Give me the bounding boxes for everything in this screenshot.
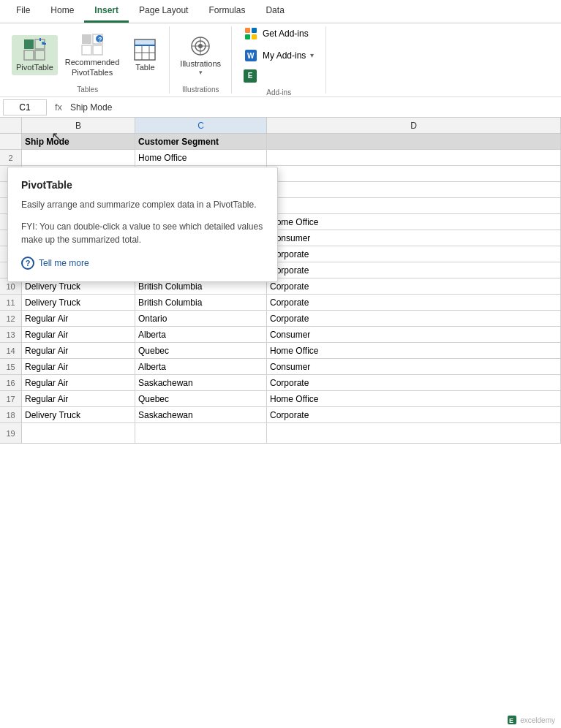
formula-input[interactable] — [67, 101, 558, 114]
cell-13d[interactable]: Consumer — [267, 327, 561, 342]
name-box[interactable] — [3, 99, 47, 115]
svg-rect-2 — [24, 50, 34, 60]
tab-page-layout[interactable]: Page Layout — [129, 0, 198, 23]
row-2: 2 Home Office — [0, 150, 561, 166]
tab-data[interactable]: Data — [255, 0, 294, 23]
cell-10d[interactable]: Corporate — [267, 278, 561, 294]
tab-insert[interactable]: Insert — [84, 0, 129, 23]
cell-8d[interactable]: Corporate — [267, 246, 561, 262]
cell-14d[interactable]: Home Office — [267, 343, 561, 358]
row-num-15: 15 — [0, 359, 22, 374]
table-label: Table — [135, 63, 154, 72]
svg-text:E: E — [509, 717, 513, 724]
cell-16c[interactable]: Saskachewan — [135, 375, 267, 390]
tab-formulas[interactable]: Formulas — [198, 0, 255, 23]
recommended-pivot-button[interactable]: ? Recommended PivotTables — [61, 30, 124, 80]
illustrations-items: Illustrations ▾ — [176, 26, 225, 84]
my-addins-label: My Add-ins — [263, 50, 306, 61]
ribbon-group-illustrations: Illustrations ▾ Illustrations — [170, 26, 232, 94]
pivot-table-tooltip: PivotTable Easily arrange and summarize … — [7, 167, 278, 282]
cell-1b[interactable]: Ship Mode — [22, 134, 135, 149]
cell-12c[interactable]: Ontario — [135, 311, 267, 326]
svg-rect-4 — [82, 34, 91, 44]
get-addins-button[interactable]: Get Add-ins — [238, 24, 320, 43]
col-header-d: D — [267, 118, 561, 133]
column-headers: B C D — [0, 118, 561, 134]
cell-13b[interactable]: Regular Air — [22, 327, 135, 342]
cell-18d[interactable]: Corporate — [267, 407, 561, 422]
cell-17c[interactable]: Quebec — [135, 391, 267, 406]
cell-4d — [267, 182, 561, 197]
table-row: 15 Regular Air Alberta Consumer — [0, 359, 561, 375]
col-header-c: C — [135, 118, 267, 133]
formula-bar: fx — [0, 97, 561, 118]
addins-group-label: Add-ins — [238, 88, 320, 96]
table-row: 16 Regular Air Saskachewan Corporate — [0, 375, 561, 391]
table-button[interactable]: Table — [127, 35, 163, 75]
cell-19c[interactable] — [135, 423, 267, 443]
pivot-table-label: PivotTable — [16, 63, 53, 72]
cell-15b[interactable]: Regular Air — [22, 359, 135, 374]
cell-15c[interactable]: Alberta — [135, 359, 267, 374]
tell-me-more-link[interactable]: ? Tell me more — [21, 257, 264, 270]
cell-2b[interactable] — [22, 150, 135, 165]
svg-rect-0 — [24, 39, 34, 49]
cell-17b[interactable]: Regular Air — [22, 391, 135, 406]
illustrations-button[interactable]: Illustrations ▾ — [176, 31, 225, 79]
watermark: E exceldemy — [507, 715, 555, 725]
row-num-17: 17 — [0, 391, 22, 406]
row-num-16: 16 — [0, 375, 22, 390]
table-row: 18 Delivery Truck Saskachewan Corporate — [0, 407, 561, 423]
row-num-header — [0, 118, 22, 133]
cell-11d[interactable]: Corporate — [267, 295, 561, 310]
pivot-table-button[interactable]: PivotTable — [12, 35, 58, 75]
table-row: 13 Regular Air Alberta Consumer — [0, 327, 561, 343]
illustrations-icon — [189, 34, 212, 58]
tab-home[interactable]: Home — [40, 0, 84, 23]
cell-12b[interactable]: Regular Air — [22, 311, 135, 326]
ribbon-content: PivotTable ? Recommended P — [0, 23, 561, 96]
svg-rect-7 — [93, 45, 102, 55]
cell-2d — [267, 150, 561, 165]
get-addins-icon — [244, 26, 258, 41]
cell-5d — [267, 198, 561, 213]
recommended-pivot-label: Recommended PivotTables — [65, 58, 120, 77]
cell-7d[interactable]: Consumer — [267, 230, 561, 246]
cell-14c[interactable]: Quebec — [135, 343, 267, 358]
cell-2c[interactable]: Home Office — [135, 150, 267, 165]
cell-1c[interactable]: Customer Segment — [135, 134, 267, 149]
row-num-11: 11 — [0, 295, 22, 310]
cell-12d[interactable]: Corporate — [267, 311, 561, 326]
cell-16d[interactable]: Corporate — [267, 375, 561, 390]
svg-rect-6 — [82, 45, 91, 55]
cell-17d[interactable]: Home Office — [267, 391, 561, 406]
cell-15d[interactable]: Consumer — [267, 359, 561, 374]
watermark-text: exceldemy — [520, 716, 555, 724]
tab-file[interactable]: File — [6, 0, 40, 23]
cell-1d — [267, 134, 561, 149]
fx-label: fx — [50, 102, 67, 113]
row-num-13: 13 — [0, 327, 22, 342]
help-circle-icon: ? — [21, 257, 34, 270]
cell-11b[interactable]: Delivery Truck — [22, 295, 135, 310]
cell-11c[interactable]: British Columbia — [135, 295, 267, 310]
cell-19b[interactable] — [22, 423, 135, 443]
tell-me-more-label: Tell me more — [39, 258, 89, 268]
row-num-14: 14 — [0, 343, 22, 358]
col-header-b: B — [22, 118, 135, 133]
pivot-table-icon — [23, 38, 46, 61]
cell-16b[interactable]: Regular Air — [22, 375, 135, 390]
my-addins-icon: W — [244, 48, 258, 63]
cell-9d[interactable]: Corporate — [267, 262, 561, 278]
my-addins-button[interactable]: W My Add-ins ▾ — [238, 46, 320, 65]
svg-rect-21 — [245, 28, 250, 33]
cell-6d[interactable]: Home Office — [267, 214, 561, 230]
cell-14b[interactable]: Regular Air — [22, 343, 135, 358]
svg-text:?: ? — [98, 36, 102, 43]
cell-18c[interactable]: Saskachewan — [135, 407, 267, 422]
cell-13c[interactable]: Alberta — [135, 327, 267, 342]
svg-rect-15 — [135, 39, 155, 45]
table-icon — [133, 38, 157, 61]
cell-18b[interactable]: Delivery Truck — [22, 407, 135, 422]
table-row: 14 Regular Air Quebec Home Office — [0, 343, 561, 359]
